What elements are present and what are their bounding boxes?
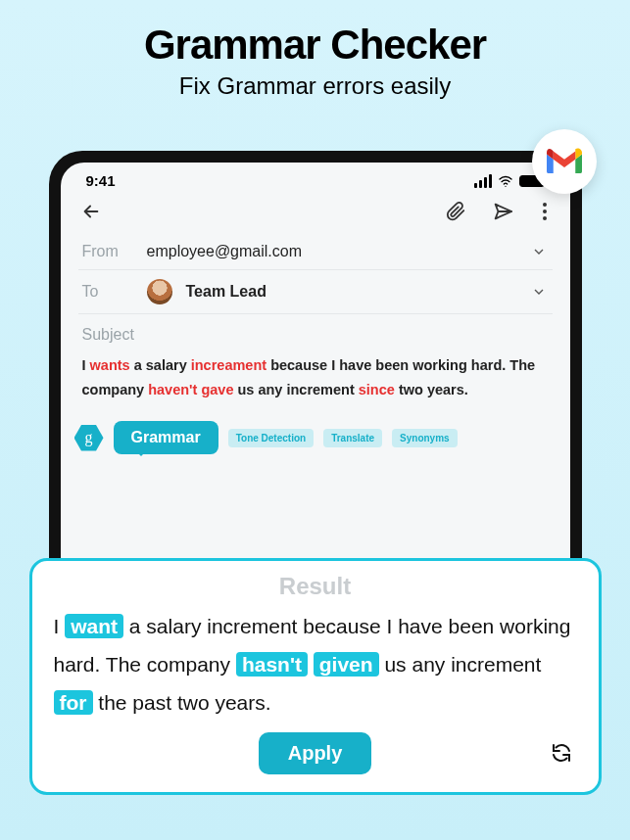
apply-button[interactable]: Apply xyxy=(259,732,372,774)
to-value: Team Lead xyxy=(186,283,267,301)
send-icon[interactable] xyxy=(492,201,513,222)
from-field[interactable]: From employee@gmail.com xyxy=(61,234,570,269)
app-logo-icon[interactable]: g xyxy=(74,423,104,452)
to-label: To xyxy=(82,283,133,301)
refresh-icon[interactable] xyxy=(550,741,573,765)
chip-tone[interactable]: Tone Detection xyxy=(228,429,314,447)
more-icon[interactable] xyxy=(539,203,551,220)
attachment-icon[interactable] xyxy=(445,201,466,222)
signal-icon xyxy=(474,174,492,188)
from-value: employee@gmail.com xyxy=(147,243,303,260)
wifi-icon xyxy=(498,173,513,189)
correction-word: for xyxy=(54,690,93,715)
error-word: increament xyxy=(191,357,267,373)
gmail-icon xyxy=(545,147,584,176)
from-label: From xyxy=(82,243,133,260)
result-title: Result xyxy=(54,573,577,600)
correction-word: given xyxy=(314,652,379,677)
correction-word: want xyxy=(65,614,123,638)
compose-body[interactable]: I wants a salary increament because I ha… xyxy=(61,346,570,415)
to-field[interactable]: To Team Lead xyxy=(61,270,570,313)
error-word: haven't gave xyxy=(148,382,233,397)
correction-word: hasn't xyxy=(236,652,308,677)
chip-synonyms[interactable]: Synonyms xyxy=(392,429,458,447)
chip-grammar[interactable]: Grammar xyxy=(114,421,218,454)
result-card: Result I want a salary increment because… xyxy=(29,558,602,795)
subject-label[interactable]: Subject xyxy=(61,314,570,346)
status-bar: 9:41 xyxy=(61,163,570,193)
hero-title: Grammar Checker xyxy=(0,22,630,69)
status-time: 9:41 xyxy=(86,172,116,189)
chevron-down-icon[interactable] xyxy=(531,284,547,300)
gmail-badge xyxy=(532,129,597,194)
compose-toolbar xyxy=(61,193,570,234)
avatar xyxy=(147,279,172,304)
chevron-down-icon[interactable] xyxy=(531,244,547,259)
back-icon[interactable] xyxy=(80,201,102,222)
error-word: wants xyxy=(90,357,130,373)
hero-subtitle: Fix Grammar errors easily xyxy=(0,72,630,100)
chip-translate[interactable]: Translate xyxy=(323,429,382,447)
suggestion-chips: g Grammar Tone Detection Translate Synon… xyxy=(61,415,570,460)
error-word: since xyxy=(359,382,395,397)
result-text: I want a salary increment because I have… xyxy=(54,608,577,723)
